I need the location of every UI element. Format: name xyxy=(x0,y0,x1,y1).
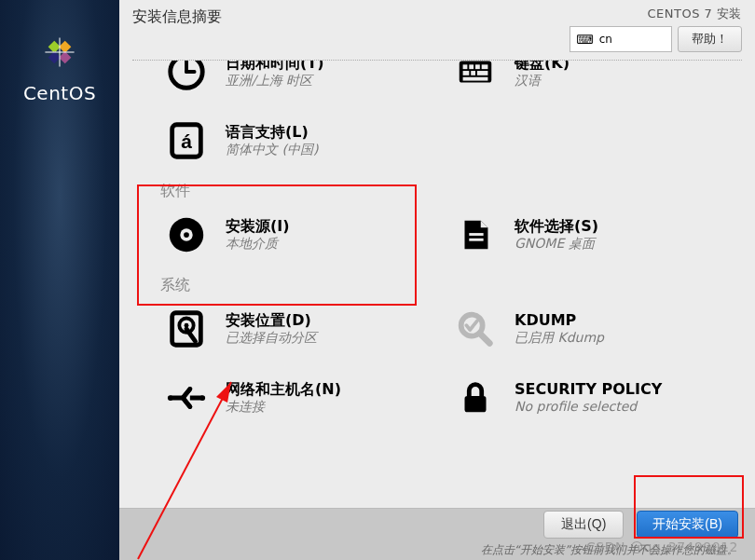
keyboard-layout-code: cn xyxy=(599,33,612,46)
svg-rect-23 xyxy=(469,233,483,236)
svg-rect-3 xyxy=(48,51,61,63)
svg-rect-12 xyxy=(475,64,480,69)
spoke-security-policy[interactable]: SECURITY POLICY No profile selected xyxy=(453,374,742,422)
section-software: 软件 xyxy=(160,182,742,201)
spoke-subtitle: GNOME 桌面 xyxy=(515,236,598,253)
brand-text: CentOS xyxy=(23,82,96,104)
magnifier-icon xyxy=(453,307,498,351)
spoke-title: 安装位置(D) xyxy=(226,311,317,330)
spoke-subtitle: 未连接 xyxy=(226,399,341,416)
spoke-title: SECURITY POLICY xyxy=(515,380,662,399)
spoke-install-destination[interactable]: 安装位置(D) 已选择自动分区 xyxy=(164,305,453,353)
spoke-network[interactable]: 网络和主机名(N) 未连接 xyxy=(164,374,453,422)
spoke-title: 网络和主机名(N) xyxy=(226,380,341,399)
svg-point-29 xyxy=(199,395,205,401)
spoke-title: 语言支持(L) xyxy=(226,123,318,142)
spoke-title: 日期和时间(T) xyxy=(226,61,324,73)
quit-button[interactable]: 退出(Q) xyxy=(543,511,624,539)
svg-rect-32 xyxy=(465,396,487,412)
spoke-title: 键盘(K) xyxy=(515,61,570,73)
spoke-datetime[interactable]: 日期和时间(T) 亚洲/上海 时区 xyxy=(164,61,453,96)
spoke-language-support[interactable]: á 语言支持(L) 简体中文 (中国) xyxy=(164,116,453,165)
spoke-kdump[interactable]: KDUMP 已启用 Kdump xyxy=(453,305,742,353)
begin-install-button[interactable]: 开始安装(B) xyxy=(637,511,738,539)
centos-logo-icon xyxy=(35,28,84,76)
spoke-subtitle: 汉语 xyxy=(515,73,570,89)
spoke-subtitle: 本地介质 xyxy=(226,236,290,253)
svg-point-22 xyxy=(184,232,189,238)
svg-rect-0 xyxy=(48,41,61,53)
spoke-subtitle: 亚洲/上海 时区 xyxy=(226,73,324,89)
spoke-subtitle: 已启用 Kdump xyxy=(515,330,604,347)
svg-rect-16 xyxy=(477,71,488,75)
page-title: 安装信息摘要 xyxy=(132,6,222,28)
topbar: 安装信息摘要 CENTOS 7 安装 ⌨ cn 帮助！ xyxy=(119,0,755,60)
clock-icon xyxy=(164,61,209,94)
lock-icon xyxy=(453,376,498,420)
svg-rect-1 xyxy=(59,41,71,53)
svg-line-31 xyxy=(480,334,490,344)
svg-point-28 xyxy=(168,395,173,401)
main-panel: 安装信息摘要 CENTOS 7 安装 ⌨ cn 帮助！ xyxy=(119,0,755,560)
svg-rect-17 xyxy=(463,77,488,81)
svg-rect-2 xyxy=(59,51,71,63)
svg-rect-13 xyxy=(482,64,488,69)
footer-hint: 在点击“开始安装”按钮前我们并不会操作您的磁盘。 xyxy=(481,542,738,558)
disc-icon xyxy=(164,212,209,257)
spoke-keyboard[interactable]: 键盘(K) 汉语 xyxy=(453,61,742,96)
svg-rect-15 xyxy=(471,71,475,75)
harddisk-icon xyxy=(164,307,209,351)
spoke-subtitle: No profile selected xyxy=(515,399,662,416)
content-area: 日期和时间(T) 亚洲/上海 时区 键盘(K) 汉语 xyxy=(119,61,755,508)
spoke-subtitle: 已选择自动分区 xyxy=(226,330,317,347)
svg-rect-11 xyxy=(469,64,474,69)
centos-logo: CentOS xyxy=(23,28,96,104)
keyboard-layout-selector[interactable]: ⌨ cn xyxy=(570,26,672,52)
spoke-title: KDUMP xyxy=(515,311,604,330)
footer: 退出(Q) 开始安装(B) 在点击“开始安装”按钮前我们并不会操作您的磁盘。 xyxy=(119,508,755,560)
keyboard-layout-icon xyxy=(453,61,498,94)
help-button[interactable]: 帮助！ xyxy=(678,26,742,52)
section-system: 系统 xyxy=(160,276,742,295)
spoke-title: 安装源(I) xyxy=(226,217,290,236)
network-icon xyxy=(164,376,209,420)
svg-rect-10 xyxy=(463,64,468,69)
spoke-software-selection[interactable]: 软件选择(S) GNOME 桌面 xyxy=(453,211,742,259)
svg-rect-24 xyxy=(469,239,483,241)
package-icon xyxy=(453,212,498,257)
svg-rect-14 xyxy=(463,71,470,75)
spoke-title: 软件选择(S) xyxy=(515,217,598,236)
language-icon: á xyxy=(164,118,209,163)
installer-name: CENTOS 7 安装 xyxy=(648,6,742,22)
spoke-subtitle: 简体中文 (中国) xyxy=(226,142,318,158)
svg-text:á: á xyxy=(181,130,192,152)
keyboard-icon: ⌨ xyxy=(576,33,594,47)
sidebar: CentOS xyxy=(0,0,119,560)
spoke-install-source[interactable]: 安装源(I) 本地介质 xyxy=(164,211,453,259)
